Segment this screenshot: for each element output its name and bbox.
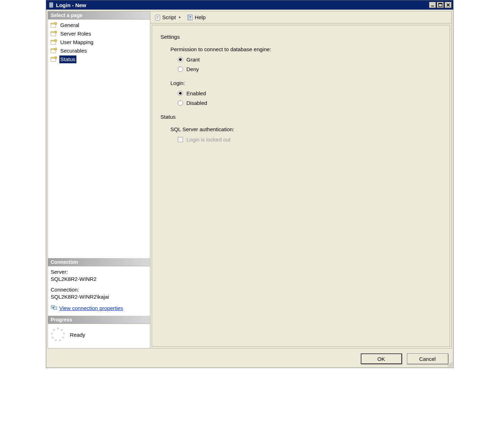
ok-button[interactable]: OK bbox=[361, 353, 402, 364]
cancel-button[interactable]: Cancel bbox=[407, 353, 448, 364]
window-title: Login - New bbox=[56, 2, 86, 8]
connection-value: SQL2K8R2-WINR2\kajai bbox=[51, 293, 147, 300]
nav-item-status[interactable]: Status bbox=[49, 55, 149, 64]
svg-rect-1 bbox=[50, 3, 52, 4]
svg-rect-4 bbox=[431, 6, 434, 6]
radio-icon bbox=[178, 66, 183, 72]
connection-properties-icon bbox=[51, 304, 57, 312]
page-icon bbox=[50, 31, 57, 37]
svg-point-11 bbox=[55, 22, 57, 25]
script-icon bbox=[155, 14, 161, 21]
svg-text:?: ? bbox=[189, 16, 191, 20]
dialog-footer: OK Cancel bbox=[46, 350, 453, 368]
radio-icon bbox=[178, 100, 183, 106]
nav-label: Status bbox=[59, 55, 77, 63]
script-label: Script bbox=[162, 14, 176, 20]
radio-label: Enabled bbox=[187, 90, 206, 96]
permission-label: Permission to connect to database engine… bbox=[171, 46, 441, 52]
progress-spinner-icon bbox=[51, 327, 65, 342]
button-label: OK bbox=[377, 356, 385, 362]
server-label: Server: bbox=[51, 268, 147, 276]
permission-grant-radio[interactable]: Grant bbox=[178, 57, 441, 63]
progress-header: Progress bbox=[48, 316, 150, 324]
nav-item-user-mapping[interactable]: User Mapping bbox=[49, 38, 149, 47]
resize-grip-icon[interactable] bbox=[446, 361, 452, 367]
sql-auth-label: SQL Server authentication: bbox=[171, 126, 441, 132]
login-enabled-radio[interactable]: Enabled bbox=[178, 90, 441, 96]
settings-heading: Settings bbox=[161, 34, 441, 40]
progress-box: Ready bbox=[48, 324, 150, 348]
left-panel: Select a page General Server Roles bbox=[48, 11, 150, 348]
close-button[interactable] bbox=[445, 2, 452, 8]
connection-header: Connection bbox=[48, 258, 150, 266]
svg-point-20 bbox=[55, 48, 57, 50]
right-panel: Script ▾ ? Help Settings Permission to c… bbox=[150, 11, 451, 348]
app-icon bbox=[48, 2, 54, 8]
select-page-header: Select a page bbox=[48, 11, 150, 20]
login-locked-out-checkbox: Login is locked out bbox=[178, 137, 441, 143]
svg-point-17 bbox=[55, 39, 57, 42]
svg-rect-2 bbox=[50, 5, 52, 5]
script-button[interactable]: Script ▾ bbox=[153, 14, 183, 21]
nav-item-general[interactable]: General bbox=[49, 21, 149, 30]
radio-icon bbox=[178, 57, 183, 62]
page-nav-list: General Server Roles User Mapping bbox=[48, 20, 150, 258]
view-connection-properties-link[interactable]: View connection properties bbox=[59, 305, 123, 312]
login-dialog: Login - New Select a page Gene bbox=[46, 0, 454, 368]
connection-label: Connection: bbox=[51, 286, 147, 293]
login-disabled-radio[interactable]: Disabled bbox=[178, 100, 441, 106]
chevron-down-icon[interactable]: ▾ bbox=[177, 15, 182, 19]
permission-radio-group: Grant Deny bbox=[171, 57, 441, 72]
login-label: Login: bbox=[171, 80, 441, 86]
help-button[interactable]: ? Help bbox=[186, 14, 207, 21]
minimize-button[interactable] bbox=[429, 2, 436, 8]
svg-point-23 bbox=[55, 57, 57, 59]
nav-label: General bbox=[59, 21, 80, 29]
maximize-button[interactable] bbox=[437, 2, 444, 8]
nav-label: Securables bbox=[59, 47, 88, 55]
radio-label: Disabled bbox=[187, 100, 207, 106]
content-area: Settings Permission to connect to databa… bbox=[152, 25, 450, 347]
help-icon: ? bbox=[187, 14, 193, 21]
radio-label: Deny bbox=[187, 66, 199, 72]
svg-point-14 bbox=[55, 31, 57, 33]
server-value: SQL2K8R2-WINR2 bbox=[51, 276, 147, 283]
checkbox-icon bbox=[178, 137, 183, 142]
nav-item-securables[interactable]: Securables bbox=[49, 47, 149, 55]
progress-status: Ready bbox=[70, 332, 85, 338]
login-radio-group: Enabled Disabled bbox=[171, 90, 441, 106]
help-label: Help bbox=[195, 14, 206, 20]
permission-deny-radio[interactable]: Deny bbox=[178, 66, 441, 72]
checkbox-label: Login is locked out bbox=[187, 137, 231, 143]
page-icon bbox=[50, 56, 57, 63]
button-label: Cancel bbox=[419, 356, 436, 362]
nav-item-server-roles[interactable]: Server Roles bbox=[49, 30, 149, 38]
connection-info: Server: SQL2K8R2-WINR2 Connection: SQL2K… bbox=[48, 266, 150, 316]
nav-label: User Mapping bbox=[59, 38, 95, 46]
svg-line-29 bbox=[447, 362, 452, 367]
page-icon bbox=[50, 39, 57, 46]
radio-icon bbox=[178, 91, 183, 96]
svg-rect-6 bbox=[439, 3, 442, 4]
toolbar: Script ▾ ? Help bbox=[150, 11, 451, 23]
nav-label: Server Roles bbox=[59, 30, 92, 38]
status-heading: Status bbox=[161, 114, 441, 120]
page-icon bbox=[50, 48, 57, 54]
radio-label: Grant bbox=[187, 57, 200, 63]
page-icon bbox=[50, 22, 57, 28]
svg-rect-3 bbox=[50, 6, 52, 7]
titlebar: Login - New bbox=[46, 0, 453, 10]
